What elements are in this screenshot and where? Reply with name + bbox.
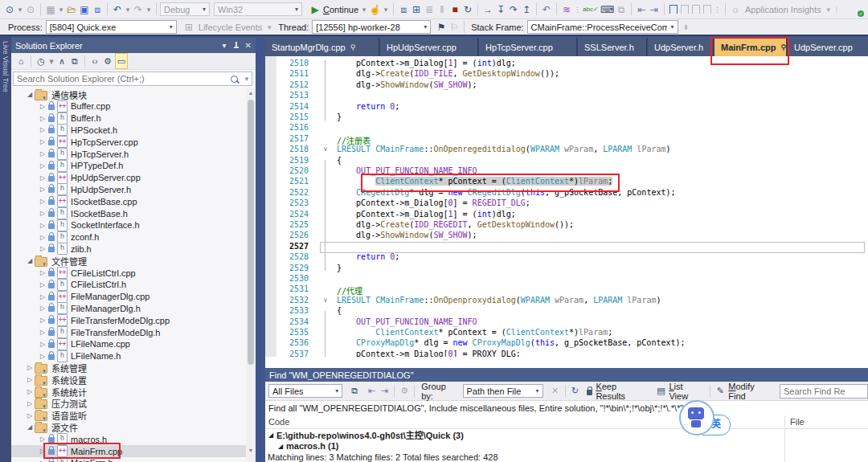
hot-reload-caret-icon[interactable]: ▾ (383, 2, 389, 17)
window-position-caret-icon[interactable]: ▾ (223, 41, 227, 50)
preview-selected-items-icon[interactable]: ▭ (115, 53, 128, 69)
undo-icon[interactable]: ↶ (112, 2, 123, 17)
expand-icon[interactable]: ▷ (26, 400, 34, 407)
code-line-2517[interactable]: 2517//注册表 (265, 134, 868, 145)
expand-icon[interactable]: ▷ (39, 353, 47, 360)
show-diagnostics-icon[interactable]: ⊞ (411, 2, 422, 17)
expand-icon[interactable]: ▷ (26, 376, 34, 383)
find-scope-combo[interactable]: All Files▾ (268, 384, 342, 398)
tree-item-zlib.h[interactable]: ▷zlib.h (11, 243, 246, 255)
collapse-icon[interactable]: ◢ (26, 257, 34, 264)
list-view-icon[interactable]: ▤ (655, 384, 666, 399)
expand-icon[interactable]: ▷ (39, 329, 47, 336)
editor-tab-HpTcpServer.cpp[interactable]: HpTcpServer.cpp (479, 38, 577, 56)
tree-item-MainFrm.cpp[interactable]: ▷MainFrm.cpp (11, 445, 246, 457)
code-line-2536[interactable]: 2536 CProxyMapDlg* dlg = new CProxyMapDl… (265, 338, 868, 349)
lifecycle-caret-icon[interactable]: ▾ (266, 20, 272, 35)
expand-icon[interactable]: ▷ (39, 150, 47, 157)
switch-views-icon[interactable]: ⌂ (15, 54, 27, 68)
expand-icon[interactable]: ▷ (26, 364, 34, 371)
expand-all-results-icon[interactable]: ⇥ (379, 384, 390, 399)
new-project-caret-icon[interactable]: ▾ (58, 2, 64, 17)
find-results-search-input[interactable] (780, 386, 867, 396)
code-area[interactable]: 2510 pContext->m_Dialog[1] = (int)dlg;25… (265, 56, 868, 357)
find-results-search-box[interactable] (780, 384, 868, 399)
tree-item-CFileListCtrl.h[interactable]: ▷CFileListCtrl.h (11, 279, 246, 291)
keep-results-button[interactable]: Keep Results (596, 382, 647, 401)
tree-item-通信模块[interactable]: ◢通信模块 (11, 88, 246, 100)
code-line-2515[interactable]: 2515} (265, 112, 868, 123)
tree-item-FileManagerDlg.cpp[interactable]: ▷FileManagerDlg.cpp (11, 291, 246, 303)
continue-button[interactable]: Continue (323, 5, 358, 14)
expand-icon[interactable]: ▷ (39, 269, 47, 276)
expand-icon[interactable]: ▷ (39, 222, 47, 229)
indent-decrease-icon[interactable]: ⇤ (636, 2, 647, 17)
user-account-icon[interactable]: ✓ (850, 4, 862, 15)
lifecycle-events-label[interactable]: Lifecycle Events (199, 22, 262, 32)
solution-search-box[interactable]: ▾ (13, 72, 252, 86)
code-line-2512[interactable]: 2512 dlg->ShowWindow(SW_SHOW); (265, 80, 868, 91)
keep-results-lock-icon[interactable] (587, 390, 593, 395)
solution-search-input[interactable] (14, 74, 231, 84)
find-results-titlebar[interactable]: Find "WM_OPENREGEDITDIALOG" (265, 368, 868, 382)
continue-play-icon[interactable]: ▶ (309, 2, 321, 17)
undo-caret-icon[interactable]: ▾ (125, 2, 131, 17)
show-next-statement-icon[interactable]: → (482, 2, 493, 17)
expand-icon[interactable]: ▷ (39, 341, 47, 348)
thread-combo[interactable]: [12556] hp-worker-28▾ (312, 20, 431, 34)
expand-icon[interactable]: ▷ (39, 138, 47, 145)
tree-item-源文件[interactable]: ◢源文件 (11, 421, 246, 433)
collapse-all-icon[interactable]: ∧ (56, 54, 68, 68)
code-line-2523[interactable]: 2523 pContext->m_Dialog[0] = REGEDIT_DLG… (265, 198, 868, 209)
expand-icon[interactable]: ▷ (39, 126, 47, 133)
navigate-backward-icon[interactable]: ↶ (541, 2, 552, 17)
code-line-2535[interactable]: 2535 ClientContext* pContext = (ClientCo… (265, 328, 868, 338)
redo-caret-icon[interactable]: ▾ (145, 2, 152, 17)
flag-threads-icon[interactable]: ⚑ (436, 20, 447, 35)
code-line-2526[interactable]: 2526 dlg->ShowWindow(SW_SHOW); (265, 231, 868, 241)
tree-item-macros.h[interactable]: ▷macros.h (11, 433, 246, 445)
tree-item-HPTypeDef.h[interactable]: ▷HPTypeDef.h (11, 160, 246, 172)
refresh-search-icon[interactable]: ↻ (570, 384, 581, 399)
nav-back-caret-icon[interactable]: ▾ (17, 2, 23, 17)
editor-tab-MainFrm.cpp[interactable]: MainFrm.cpp⚲× (714, 38, 787, 56)
copy-results-icon[interactable]: ⧉ (349, 384, 360, 399)
clear-bookmarks-icon[interactable] (703, 5, 711, 14)
pin-icon[interactable]: ⚲ (780, 43, 786, 51)
fold-collapse-icon[interactable]: ∨ (320, 145, 331, 153)
tree-item-文件管理[interactable]: ◢文件管理 (11, 255, 246, 267)
code-line-2537[interactable]: 2537 pContext->m_Dialog[0] = PROXY_DLG; (265, 350, 868, 357)
restart-icon[interactable]: ↻ (462, 2, 473, 17)
new-project-icon[interactable]: ▦ (45, 2, 56, 17)
expand-icon[interactable]: ▷ (39, 245, 47, 252)
code-line-2518[interactable]: 2518∨LRESULT CMainFrame::OnOpenregeditdi… (265, 145, 868, 155)
editor-tab-UdpServer.h[interactable]: UdpServer.h (648, 38, 714, 56)
column-header-code[interactable]: Code (268, 417, 289, 427)
code-line-2530[interactable]: 2530 (265, 274, 868, 284)
editor-tab-UdpServer.cpp[interactable]: UdpServer.cpp (788, 38, 868, 56)
code-line-2522[interactable]: 2522 CRegeditDlg* dlg = new CRegeditDlg(… (265, 188, 868, 198)
editor-tab-StartupMgrDlg.cpp[interactable]: StartupMgrDlg.cpp⚲ (265, 38, 379, 56)
tree-item-系统统计[interactable]: ▷系统统计 (11, 386, 246, 398)
filter-caret-icon[interactable]: ▾ (48, 54, 55, 68)
tree-item-MainFrm.h[interactable]: ▷MainFrm.h (11, 457, 246, 462)
next-bookmark-icon[interactable] (692, 5, 700, 14)
code-cleanup-caret-icon[interactable]: ⋮ (574, 2, 581, 17)
code-line-2519[interactable]: 2519{ (265, 156, 868, 166)
stack-frame-combo[interactable]: CMainFrame::ProcessReceiveComplet ▾ (527, 20, 678, 34)
code-line-2527[interactable]: 2527 (265, 242, 868, 252)
application-insights-label[interactable]: Application Insights (745, 5, 821, 14)
scroll-down-icon[interactable]: ▼ (246, 446, 256, 456)
expand-icon[interactable]: ▷ (39, 305, 47, 312)
tree-item-LFileName.h[interactable]: ▷LFileName.h (11, 350, 246, 362)
code-line-2510[interactable]: 2510 pContext->m_Dialog[1] = (int)dlg; (265, 59, 868, 69)
prev-bookmark-icon[interactable] (681, 5, 689, 14)
stack-options-caret-icon[interactable]: ⇟ (683, 20, 690, 35)
tree-item-HpUdpServer.cpp[interactable]: ▷HpUdpServer.cpp (11, 172, 246, 184)
tree-item-FileTransferModeDlg.h[interactable]: ▷FileTransferModeDlg.h (11, 326, 246, 338)
collapse-icon[interactable]: ◢ (26, 91, 34, 98)
code-cleanup-icon[interactable]: ≋ (561, 2, 572, 17)
list-lines-icon[interactable]: ≣ (424, 2, 435, 17)
tree-item-语音监听[interactable]: ▷语音监听 (11, 410, 246, 422)
close-window-icon[interactable]: ✕ (245, 41, 252, 50)
